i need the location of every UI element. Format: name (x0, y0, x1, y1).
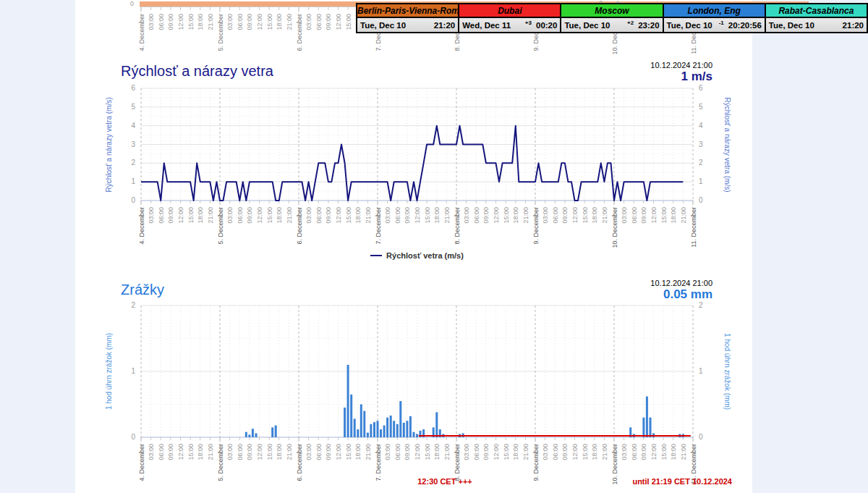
svg-text:4. December: 4. December (138, 207, 145, 245)
svg-text:18:00: 18:00 (197, 14, 204, 30)
svg-text:11. December: 11. December (690, 207, 697, 248)
svg-text:6: 6 (131, 84, 135, 92)
svg-text:06:00: 06:00 (552, 207, 559, 224)
wind-y-axis-title-right: Rýchlosť a nárazy vetra (m/s) (721, 65, 731, 224)
svg-text:12:00: 12:00 (256, 207, 263, 224)
svg-text:9. December: 9. December (532, 444, 540, 481)
clock-utc-offset: +3 (525, 20, 532, 26)
svg-text:21:00: 21:00 (207, 14, 214, 30)
svg-text:06:00: 06:00 (631, 444, 638, 460)
svg-text:21:00: 21:00 (207, 444, 214, 460)
svg-text:15:00: 15:00 (424, 444, 431, 460)
svg-text:18:00: 18:00 (197, 207, 204, 224)
clock-time-row: Tue, Dec 1021:20 (357, 18, 458, 32)
svg-text:06:00: 06:00 (473, 444, 480, 460)
svg-text:8. December: 8. December (454, 207, 461, 245)
svg-text:12:00: 12:00 (335, 207, 342, 224)
svg-text:21:00: 21:00 (680, 207, 687, 224)
svg-text:12:00: 12:00 (414, 207, 421, 224)
svg-text:21:00: 21:00 (286, 444, 293, 460)
svg-text:15:00: 15:00 (660, 444, 668, 460)
weather-page: 00+4. December03:0006:0009:0012:0015:001… (0, 0, 868, 493)
svg-text:09:00: 09:00 (325, 14, 332, 30)
svg-text:21:00: 21:00 (680, 444, 687, 460)
svg-text:06:00: 06:00 (552, 444, 559, 460)
svg-text:18:00: 18:00 (512, 444, 519, 460)
precip-y-axis-title-right: 1 hod úhrn zrážok (mm) (721, 292, 731, 451)
svg-text:06:00: 06:00 (315, 444, 323, 460)
wind-legend[interactable]: Rýchlosť vetra (m/s) (141, 251, 693, 260)
precip-chart-plot[interactable]: 4. December03:0006:0009:0012:0015:0018:0… (0, 275, 868, 493)
clock-column: Rabat-CasablancaTue, Dec 1021:20 (765, 4, 867, 32)
svg-text:21:00: 21:00 (601, 444, 608, 460)
clock-date: Tue, Dec 10 (667, 21, 719, 30)
svg-text:09:00: 09:00 (482, 444, 490, 460)
svg-text:12:00: 12:00 (177, 207, 184, 224)
svg-text:18:00: 18:00 (197, 444, 204, 460)
svg-text:0: 0 (131, 196, 135, 204)
svg-text:2: 2 (699, 159, 703, 167)
svg-text:18:00: 18:00 (276, 14, 283, 30)
svg-text:15:00: 15:00 (582, 444, 589, 460)
svg-text:15:00: 15:00 (266, 444, 273, 460)
svg-text:18:00: 18:00 (433, 207, 441, 224)
clock-time: 21:20 (843, 21, 864, 30)
clock-city-header: Berlin-Paris-Vienna-Roma (357, 4, 458, 18)
svg-text:4. December: 4. December (138, 14, 145, 51)
svg-text:03:00: 03:00 (226, 207, 234, 224)
svg-text:21:00: 21:00 (365, 444, 372, 460)
svg-text:06:00: 06:00 (315, 207, 323, 224)
svg-text:21:00: 21:00 (443, 444, 451, 460)
precip-y-axis-title-left: 1 hod úhrn zrážok (mm) (105, 292, 115, 451)
svg-text:12:00: 12:00 (177, 444, 184, 460)
svg-text:15:00: 15:00 (187, 444, 195, 460)
svg-text:21:00: 21:00 (286, 14, 293, 30)
svg-text:12:00: 12:00 (650, 207, 658, 224)
svg-text:18:00: 18:00 (591, 444, 598, 460)
svg-text:21:00: 21:00 (443, 207, 451, 224)
svg-text:6: 6 (699, 84, 703, 92)
svg-text:15:00: 15:00 (503, 444, 510, 460)
svg-text:06:00: 06:00 (158, 444, 165, 460)
svg-text:2: 2 (131, 159, 135, 167)
svg-text:12:00: 12:00 (414, 444, 421, 460)
svg-text:1: 1 (131, 177, 135, 185)
svg-text:03:00: 03:00 (384, 207, 391, 224)
svg-text:03:00: 03:00 (148, 14, 155, 30)
svg-text:09:00: 09:00 (325, 207, 332, 224)
svg-text:15:00: 15:00 (424, 207, 431, 224)
svg-text:06:00: 06:00 (631, 207, 638, 224)
clock-time-row: Tue, Dec 10-120:20:56 (664, 18, 765, 32)
svg-text:9. December: 9. December (532, 207, 540, 245)
svg-text:09:00: 09:00 (482, 207, 490, 224)
svg-text:09:00: 09:00 (167, 207, 174, 224)
svg-text:0: 0 (699, 196, 703, 204)
svg-text:03:00: 03:00 (226, 14, 234, 30)
svg-text:15:00: 15:00 (660, 207, 668, 224)
svg-text:5: 5 (699, 103, 703, 111)
svg-text:7. December: 7. December (375, 207, 382, 245)
svg-text:10. December: 10. December (611, 207, 618, 248)
clock-time: 21:20 (434, 21, 455, 30)
svg-text:03:00: 03:00 (305, 207, 312, 224)
svg-text:15:00: 15:00 (266, 207, 273, 224)
svg-text:03:00: 03:00 (621, 207, 628, 224)
svg-text:4. December: 4. December (138, 444, 145, 481)
svg-text:12:00: 12:00 (571, 207, 579, 224)
svg-text:12:00: 12:00 (650, 444, 658, 460)
svg-text:06:00: 06:00 (237, 444, 244, 460)
svg-text:1: 1 (699, 367, 703, 375)
wind-chart-plot[interactable]: 4. December03:0006:0009:0012:0015:0018:0… (0, 58, 868, 275)
clock-time: 23:20 (638, 21, 659, 30)
svg-text:09:00: 09:00 (404, 207, 411, 224)
svg-text:8. December: 8. December (454, 444, 461, 481)
svg-text:03:00: 03:00 (463, 444, 470, 460)
svg-text:18:00: 18:00 (670, 444, 677, 460)
clock-utc-offset: -1 (719, 20, 724, 26)
svg-text:6. December: 6. December (296, 14, 303, 51)
svg-text:1: 1 (131, 367, 135, 375)
clock-city-header: Moscow (561, 4, 662, 18)
svg-text:5. December: 5. December (217, 14, 224, 51)
svg-text:0: 0 (699, 433, 703, 441)
svg-text:18:00: 18:00 (591, 207, 598, 224)
